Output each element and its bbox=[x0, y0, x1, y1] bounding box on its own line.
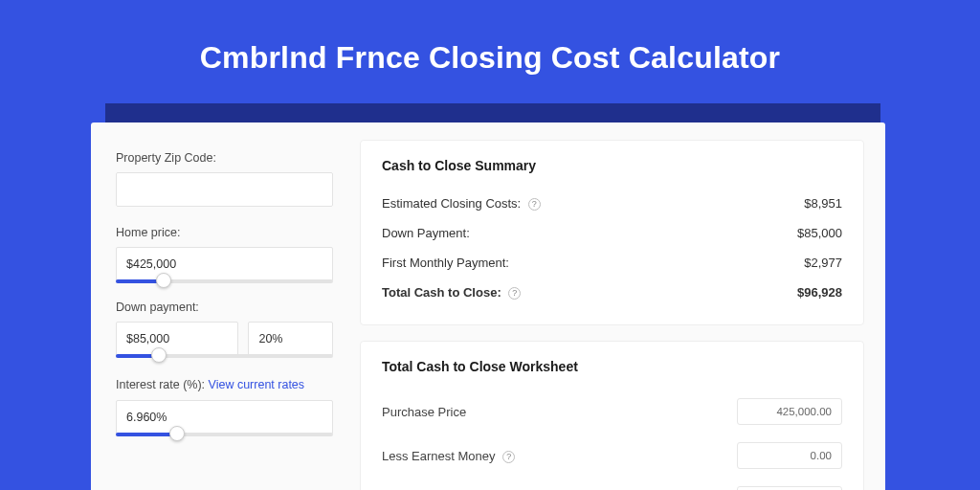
home-price-label: Home price: bbox=[116, 226, 333, 239]
summary-row: First Monthly Payment: $2,977 bbox=[382, 248, 842, 278]
summary-row-value: $2,977 bbox=[804, 256, 842, 270]
worksheet-row-label: Purchase Price bbox=[382, 405, 466, 419]
results-column: Cash to Close Summary Estimated Closing … bbox=[354, 122, 885, 490]
slider-thumb[interactable] bbox=[151, 347, 167, 363]
interest-group: Interest rate (%): View current rates bbox=[116, 375, 333, 434]
summary-total-row: Total Cash to Close: ? $96,928 bbox=[382, 278, 842, 307]
worksheet-row-input[interactable] bbox=[737, 486, 842, 490]
summary-title: Cash to Close Summary bbox=[382, 158, 842, 173]
calculator-panel: Property Zip Code: Home price: Down paym… bbox=[91, 122, 885, 490]
summary-row-value: $85,000 bbox=[797, 226, 842, 240]
summary-row-label: Down Payment: bbox=[382, 226, 470, 240]
view-rates-link[interactable]: View current rates bbox=[209, 378, 305, 391]
worksheet-card: Total Cash to Close Worksheet Purchase P… bbox=[360, 341, 864, 490]
summary-row-value: $8,951 bbox=[804, 196, 842, 211]
worksheet-title: Total Cash to Close Worksheet bbox=[382, 359, 842, 374]
down-payment-input[interactable] bbox=[116, 322, 238, 356]
help-icon[interactable]: ? bbox=[508, 287, 521, 300]
slider-thumb[interactable] bbox=[156, 273, 171, 288]
interest-input[interactable] bbox=[116, 400, 333, 434]
summary-card: Cash to Close Summary Estimated Closing … bbox=[360, 140, 864, 325]
down-payment-group: Down payment: bbox=[116, 301, 333, 356]
interest-label: Interest rate (%): bbox=[116, 378, 209, 391]
page-title: Cmbrlnd Frnce Closing Cost Calculator bbox=[0, 0, 980, 102]
zip-input[interactable] bbox=[116, 172, 333, 207]
summary-total-label: Total Cash to Close: bbox=[382, 285, 501, 300]
down-payment-pct-input[interactable] bbox=[248, 322, 333, 356]
slider-fill bbox=[116, 433, 177, 436]
summary-row: Estimated Closing Costs: ? $8,951 bbox=[382, 189, 842, 218]
worksheet-row-input[interactable] bbox=[737, 442, 842, 469]
help-icon[interactable]: ? bbox=[528, 198, 541, 211]
worksheet-row-label: Less Earnest Money bbox=[382, 449, 496, 463]
worksheet-row: Less Earnest Money ? bbox=[382, 434, 842, 478]
home-price-input[interactable] bbox=[116, 247, 333, 281]
worksheet-row-input[interactable] bbox=[737, 398, 842, 425]
summary-row-label: First Monthly Payment: bbox=[382, 256, 509, 270]
zip-label: Property Zip Code: bbox=[116, 151, 333, 165]
worksheet-row: Purchase Price bbox=[382, 390, 842, 434]
summary-row-label: Estimated Closing Costs: bbox=[382, 196, 521, 211]
home-price-group: Home price: bbox=[116, 226, 333, 281]
worksheet-row: Total Mortgage Loan Amount bbox=[382, 478, 842, 490]
summary-row: Down Payment: $85,000 bbox=[382, 218, 842, 248]
help-icon[interactable]: ? bbox=[502, 451, 515, 463]
zip-group: Property Zip Code: bbox=[116, 151, 333, 207]
summary-total-value: $96,928 bbox=[797, 285, 842, 300]
slider-thumb[interactable] bbox=[169, 426, 185, 441]
inputs-column: Property Zip Code: Home price: Down paym… bbox=[91, 122, 354, 490]
down-payment-label: Down payment: bbox=[116, 301, 333, 314]
